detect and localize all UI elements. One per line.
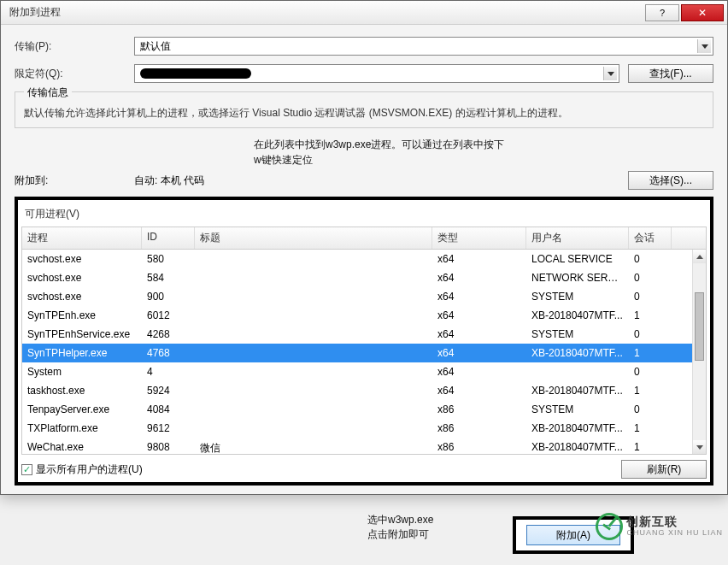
cell-user: XB-20180407MTF... [526, 383, 629, 398]
table-row[interactable]: WeChat.exe9808微信x86XB-20180407MTF...1 [22, 438, 706, 455]
cell-proc: taskhost.exe [22, 383, 142, 398]
cell-title [195, 289, 432, 304]
chevron-down-icon [697, 39, 711, 53]
process-table-body[interactable]: svchost.exe580x64LOCAL SERVICE0svchost.e… [21, 250, 707, 455]
cell-session: 0 [629, 270, 672, 285]
table-row[interactable]: svchost.exe584x64NETWORK SERVICE0 [22, 268, 706, 287]
process-table-header: 进程 ID 标题 类型 用户名 会话 [21, 227, 707, 250]
cell-id: 580 [142, 251, 195, 267]
help-button[interactable]: ? [645, 4, 679, 21]
cell-title [195, 251, 432, 267]
cell-session: 0 [629, 364, 672, 380]
close-button[interactable]: ✕ [681, 4, 724, 21]
watermark-subtext: CHUANG XIN HU LIAN [626, 529, 723, 538]
cell-user: XB-20180407MTF... [526, 345, 629, 361]
watermark-logo-icon [596, 513, 623, 540]
annotation-attach: 选中w3wp.exe 点击附加即可 [367, 513, 433, 542]
col-session[interactable]: 会话 [629, 227, 672, 249]
watermark-text: 创新互联 [626, 515, 723, 528]
cell-id: 4768 [142, 345, 195, 361]
chevron-down-icon [603, 67, 617, 80]
cell-id: 900 [142, 289, 195, 304]
table-row[interactable]: TXPlatform.exe9612x86XB-20180407MTF...1 [22, 419, 706, 438]
cell-type: x86 [432, 439, 526, 455]
col-process[interactable]: 进程 [22, 227, 142, 249]
cell-id: 5924 [142, 383, 195, 398]
cell-proc: TenpayServer.exe [22, 402, 142, 417]
cell-title [195, 327, 432, 342]
table-row[interactable]: svchost.exe900x64SYSTEM0 [22, 287, 706, 306]
cell-title [195, 402, 432, 417]
cell-id: 4268 [142, 327, 195, 342]
cell-type: x64 [432, 251, 526, 267]
table-row[interactable]: svchost.exe580x64LOCAL SERVICE0 [22, 250, 706, 268]
cell-session: 0 [629, 327, 672, 342]
cell-proc: SynTPEnhService.exe [22, 327, 142, 342]
cell-type: x86 [432, 421, 526, 436]
cell-session: 1 [629, 439, 672, 455]
titlebar: 附加到进程 ? ✕ [1, 1, 727, 25]
cell-user: SYSTEM [526, 289, 629, 304]
show-all-users-checkbox[interactable]: ✓ 显示所有用户的进程(U) [21, 462, 613, 477]
find-button[interactable]: 查找(F)... [628, 64, 713, 83]
dialog-title: 附加到进程 [9, 5, 643, 20]
cell-session: 0 [629, 289, 672, 304]
cell-title [195, 383, 432, 398]
cell-title [195, 270, 432, 285]
cell-user: SYSTEM [526, 327, 629, 342]
cell-id: 9612 [142, 421, 195, 436]
table-row[interactable]: SynTPEnh.exe6012x64XB-20180407MTF...1 [22, 306, 706, 325]
cell-id: 584 [142, 270, 195, 285]
transport-combobox[interactable]: 默认值 [134, 37, 713, 56]
attach-to-label: 附加到: [15, 174, 134, 188]
cell-session: 0 [629, 402, 672, 417]
cell-proc: svchost.exe [22, 289, 142, 304]
cell-user: NETWORK SERVICE [526, 270, 629, 285]
cell-id: 6012 [142, 308, 195, 323]
qualifier-label: 限定符(Q): [15, 67, 134, 81]
scroll-thumb[interactable] [695, 292, 704, 361]
cell-session: 1 [629, 345, 672, 361]
attach-to-value: 自动: 本机 代码 [134, 174, 619, 188]
cell-user: XB-20180407MTF... [526, 308, 629, 323]
table-row[interactable]: SynTPHelper.exe4768x64XB-20180407MTF...1 [22, 344, 706, 362]
col-id[interactable]: ID [142, 227, 195, 249]
available-processes-group: 可用进程(V) 进程 ID 标题 类型 用户名 会话 svchost.exe58… [15, 197, 713, 486]
cell-session: 1 [629, 383, 672, 398]
col-type[interactable]: 类型 [432, 227, 526, 249]
refresh-button[interactable]: 刷新(R) [621, 460, 707, 479]
watermark: 创新互联 CHUANG XIN HU LIAN [596, 513, 723, 540]
cell-type: x64 [432, 308, 526, 323]
cell-title [195, 364, 432, 380]
col-user[interactable]: 用户名 [526, 227, 629, 249]
transport-label: 传输(P): [15, 39, 134, 54]
cell-proc: svchost.exe [22, 251, 142, 267]
cell-id: 9808 [142, 439, 195, 455]
cell-title [195, 308, 432, 323]
cell-proc: SynTPEnh.exe [22, 308, 142, 323]
table-row[interactable]: SynTPEnhService.exe4268x64SYSTEM0 [22, 325, 706, 344]
attach-to-process-dialog: 附加到进程 ? ✕ 传输(P): 默认值 限定符(Q): 查找(F)... 传输… [0, 0, 728, 495]
scrollbar[interactable] [692, 250, 706, 454]
cell-proc: TXPlatform.exe [22, 421, 142, 436]
table-row[interactable]: System4x640 [22, 362, 706, 381]
cell-proc: SynTPHelper.exe [22, 345, 142, 361]
cell-title [195, 345, 432, 361]
select-button[interactable]: 选择(S)... [628, 171, 713, 190]
cell-title [195, 421, 432, 436]
table-row[interactable]: taskhost.exe5924x64XB-20180407MTF...1 [22, 381, 706, 400]
col-title[interactable]: 标题 [195, 227, 432, 249]
table-row[interactable]: TenpayServer.exe4084x86SYSTEM0 [22, 400, 706, 419]
scroll-up-icon[interactable] [693, 250, 706, 263]
cell-title: 微信 [195, 439, 432, 455]
cell-user: SYSTEM [526, 402, 629, 417]
scroll-down-icon[interactable] [693, 440, 706, 454]
transport-info-group: 传输信息 默认传输允许选择此计算机上的进程，或选择运行 Visual Studi… [15, 91, 713, 128]
transport-info-legend: 传输信息 [24, 85, 72, 100]
annotation-find-w3wp: 在此列表中找到w3wp.exe进程。可以通过在列表中按下 w键快速定位 [254, 137, 713, 168]
qualifier-combobox[interactable] [134, 64, 619, 83]
cell-type: x64 [432, 327, 526, 342]
cell-session: 1 [629, 308, 672, 323]
cell-type: x64 [432, 289, 526, 304]
cell-session: 0 [629, 251, 672, 267]
